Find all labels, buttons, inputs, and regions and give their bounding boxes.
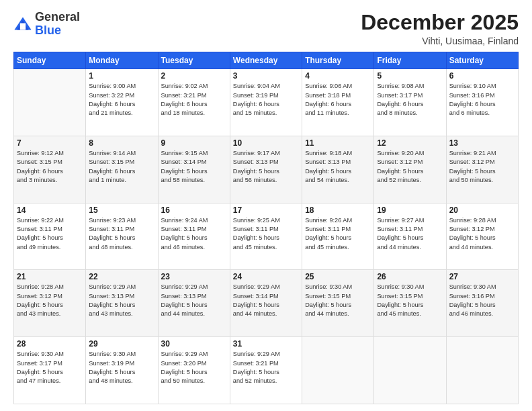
calendar-cell: 15Sunrise: 9:23 AM Sunset: 3:11 PM Dayli… — [86, 203, 158, 270]
week-row: 28Sunrise: 9:30 AM Sunset: 3:17 PM Dayli… — [14, 337, 519, 404]
calendar-cell: 28Sunrise: 9:30 AM Sunset: 3:17 PM Dayli… — [14, 337, 86, 404]
day-number: 5 — [377, 71, 443, 81]
day-info: Sunrise: 9:29 AM Sunset: 3:13 PM Dayligh… — [161, 283, 227, 318]
calendar-cell — [374, 337, 446, 404]
day-info: Sunrise: 9:27 AM Sunset: 3:11 PM Dayligh… — [377, 216, 443, 252]
day-info: Sunrise: 9:14 AM Sunset: 3:15 PM Dayligh… — [89, 149, 154, 185]
day-info: Sunrise: 9:12 AM Sunset: 3:15 PM Dayligh… — [17, 149, 83, 185]
calendar-cell: 17Sunrise: 9:25 AM Sunset: 3:11 PM Dayli… — [230, 203, 302, 270]
day-number: 17 — [233, 205, 299, 215]
day-number: 30 — [161, 339, 227, 349]
calendar-cell: 2Sunrise: 9:02 AM Sunset: 3:21 PM Daylig… — [158, 69, 230, 136]
day-number: 2 — [161, 71, 227, 81]
header-row: Sunday Monday Tuesday Wednesday Thursday… — [14, 52, 519, 69]
day-info: Sunrise: 9:30 AM Sunset: 3:19 PM Dayligh… — [89, 350, 154, 385]
day-number: 20 — [449, 205, 515, 215]
col-sunday: Sunday — [14, 52, 86, 69]
day-number: 13 — [449, 138, 515, 148]
week-row: 1Sunrise: 9:00 AM Sunset: 3:22 PM Daylig… — [14, 69, 519, 136]
logo: General Blue — [13, 11, 80, 38]
day-info: Sunrise: 9:30 AM Sunset: 3:15 PM Dayligh… — [305, 283, 371, 318]
logo-blue: Blue — [35, 24, 80, 38]
calendar-cell: 8Sunrise: 9:14 AM Sunset: 3:15 PM Daylig… — [86, 136, 158, 203]
calendar-cell: 25Sunrise: 9:30 AM Sunset: 3:15 PM Dayli… — [302, 270, 374, 337]
day-number: 11 — [305, 138, 371, 148]
calendar-cell: 31Sunrise: 9:29 AM Sunset: 3:21 PM Dayli… — [230, 337, 302, 404]
day-number: 10 — [233, 138, 299, 148]
day-number: 14 — [17, 205, 83, 215]
day-info: Sunrise: 9:30 AM Sunset: 3:15 PM Dayligh… — [377, 283, 443, 318]
day-info: Sunrise: 9:08 AM Sunset: 3:17 PM Dayligh… — [377, 82, 443, 118]
calendar-cell: 1Sunrise: 9:00 AM Sunset: 3:22 PM Daylig… — [86, 69, 158, 136]
day-info: Sunrise: 9:30 AM Sunset: 3:16 PM Dayligh… — [449, 283, 515, 318]
week-row: 14Sunrise: 9:22 AM Sunset: 3:11 PM Dayli… — [14, 203, 519, 270]
day-number: 3 — [233, 71, 299, 81]
day-info: Sunrise: 9:24 AM Sunset: 3:11 PM Dayligh… — [161, 216, 227, 252]
day-number: 6 — [449, 71, 515, 81]
day-number: 8 — [89, 138, 154, 148]
day-info: Sunrise: 9:15 AM Sunset: 3:14 PM Dayligh… — [161, 149, 227, 185]
calendar-table: Sunday Monday Tuesday Wednesday Thursday… — [13, 52, 519, 404]
day-info: Sunrise: 9:26 AM Sunset: 3:11 PM Dayligh… — [305, 216, 371, 252]
day-number: 21 — [17, 272, 83, 281]
svg-rect-2 — [20, 23, 26, 30]
week-row: 21Sunrise: 9:28 AM Sunset: 3:12 PM Dayli… — [14, 270, 519, 337]
day-info: Sunrise: 9:29 AM Sunset: 3:14 PM Dayligh… — [233, 283, 299, 318]
col-thursday: Thursday — [302, 52, 374, 69]
day-info: Sunrise: 9:02 AM Sunset: 3:21 PM Dayligh… — [161, 82, 227, 118]
day-number: 27 — [449, 272, 515, 281]
week-row: 7Sunrise: 9:12 AM Sunset: 3:15 PM Daylig… — [14, 136, 519, 203]
day-number: 22 — [89, 272, 154, 281]
calendar-cell: 10Sunrise: 9:17 AM Sunset: 3:13 PM Dayli… — [230, 136, 302, 203]
day-number: 28 — [17, 339, 83, 349]
day-number: 12 — [377, 138, 443, 148]
day-info: Sunrise: 9:18 AM Sunset: 3:13 PM Dayligh… — [305, 149, 371, 185]
calendar-cell: 19Sunrise: 9:27 AM Sunset: 3:11 PM Dayli… — [374, 203, 446, 270]
day-number: 19 — [377, 205, 443, 215]
day-info: Sunrise: 9:29 AM Sunset: 3:21 PM Dayligh… — [233, 350, 299, 385]
calendar-cell — [302, 337, 374, 404]
day-info: Sunrise: 9:21 AM Sunset: 3:12 PM Dayligh… — [449, 149, 515, 185]
day-info: Sunrise: 9:22 AM Sunset: 3:11 PM Dayligh… — [17, 216, 83, 252]
calendar-cell: 7Sunrise: 9:12 AM Sunset: 3:15 PM Daylig… — [14, 136, 86, 203]
calendar-cell: 29Sunrise: 9:30 AM Sunset: 3:19 PM Dayli… — [86, 337, 158, 404]
page: General Blue December 2025 Vihti, Uusima… — [0, 0, 532, 411]
day-info: Sunrise: 9:23 AM Sunset: 3:11 PM Dayligh… — [89, 216, 154, 252]
day-info: Sunrise: 9:20 AM Sunset: 3:12 PM Dayligh… — [377, 149, 443, 185]
calendar-cell: 22Sunrise: 9:29 AM Sunset: 3:13 PM Dayli… — [86, 270, 158, 337]
col-monday: Monday — [86, 52, 158, 69]
calendar-cell: 3Sunrise: 9:04 AM Sunset: 3:19 PM Daylig… — [230, 69, 302, 136]
location: Vihti, Uusimaa, Finland — [361, 36, 519, 46]
day-info: Sunrise: 9:17 AM Sunset: 3:13 PM Dayligh… — [233, 149, 299, 185]
col-wednesday: Wednesday — [230, 52, 302, 69]
calendar-body: 1Sunrise: 9:00 AM Sunset: 3:22 PM Daylig… — [14, 69, 519, 404]
calendar-header: Sunday Monday Tuesday Wednesday Thursday… — [14, 52, 519, 69]
calendar-cell: 23Sunrise: 9:29 AM Sunset: 3:13 PM Dayli… — [158, 270, 230, 337]
day-number: 26 — [377, 272, 443, 281]
day-info: Sunrise: 9:04 AM Sunset: 3:19 PM Dayligh… — [233, 82, 299, 118]
day-info: Sunrise: 9:29 AM Sunset: 3:13 PM Dayligh… — [89, 283, 154, 318]
calendar-cell: 24Sunrise: 9:29 AM Sunset: 3:14 PM Dayli… — [230, 270, 302, 337]
calendar-cell: 11Sunrise: 9:18 AM Sunset: 3:13 PM Dayli… — [302, 136, 374, 203]
day-info: Sunrise: 9:29 AM Sunset: 3:20 PM Dayligh… — [161, 350, 227, 385]
header: General Blue December 2025 Vihti, Uusima… — [13, 11, 519, 46]
calendar-cell: 16Sunrise: 9:24 AM Sunset: 3:11 PM Dayli… — [158, 203, 230, 270]
calendar-cell: 20Sunrise: 9:28 AM Sunset: 3:12 PM Dayli… — [446, 203, 518, 270]
day-number: 7 — [17, 138, 83, 148]
day-number: 31 — [233, 339, 299, 349]
calendar-cell: 30Sunrise: 9:29 AM Sunset: 3:20 PM Dayli… — [158, 337, 230, 404]
day-info: Sunrise: 9:00 AM Sunset: 3:22 PM Dayligh… — [89, 82, 154, 118]
day-number: 24 — [233, 272, 299, 281]
col-friday: Friday — [374, 52, 446, 69]
col-saturday: Saturday — [446, 52, 518, 69]
calendar-cell: 6Sunrise: 9:10 AM Sunset: 3:16 PM Daylig… — [446, 69, 518, 136]
logo-text: General Blue — [35, 11, 80, 38]
day-number: 9 — [161, 138, 227, 148]
day-info: Sunrise: 9:06 AM Sunset: 3:18 PM Dayligh… — [305, 82, 371, 118]
day-info: Sunrise: 9:28 AM Sunset: 3:12 PM Dayligh… — [449, 216, 515, 252]
day-number: 29 — [89, 339, 154, 349]
calendar-cell: 13Sunrise: 9:21 AM Sunset: 3:12 PM Dayli… — [446, 136, 518, 203]
day-info: Sunrise: 9:28 AM Sunset: 3:12 PM Dayligh… — [17, 283, 83, 318]
calendar-cell: 12Sunrise: 9:20 AM Sunset: 3:12 PM Dayli… — [374, 136, 446, 203]
calendar-cell: 26Sunrise: 9:30 AM Sunset: 3:15 PM Dayli… — [374, 270, 446, 337]
